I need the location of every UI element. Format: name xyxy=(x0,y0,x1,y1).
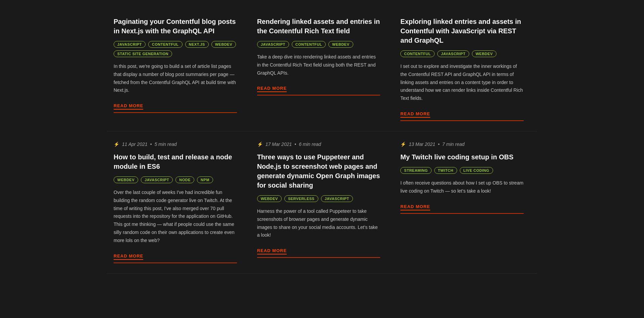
tag[interactable]: WEBDEV xyxy=(257,195,282,202)
tag[interactable]: JAVASCRIPT xyxy=(114,41,146,48)
tags-container: STREAMINGTWITCHLIVE CODING xyxy=(400,167,524,174)
article-description: I set out to explore and investigate the… xyxy=(400,63,524,103)
tags-container: JAVASCRIPTCONTENTFULNEXT.JSWEBDEVSTATIC … xyxy=(114,41,237,57)
blog-card: ⚡ 13 Mar 2021 • 7 min read My Twitch liv… xyxy=(394,131,537,274)
read-more-link[interactable]: READ MORE xyxy=(257,248,287,254)
read-more-link[interactable]: READ MORE xyxy=(400,111,430,118)
card-separator xyxy=(114,112,237,113)
dot-separator: • xyxy=(150,142,152,147)
read-more-link[interactable]: READ MORE xyxy=(400,204,430,210)
tags-container: JAVASCRIPTCONTENTFULWEBDEV xyxy=(257,41,380,48)
read-time: 7 min read xyxy=(442,142,465,147)
lightning-icon: ⚡ xyxy=(400,142,406,147)
article-description: Harness the power of a tool called Puppe… xyxy=(257,207,380,239)
tag[interactable]: JAVASCRIPT xyxy=(257,41,289,48)
tag[interactable]: JAVASCRIPT xyxy=(437,50,469,57)
lightning-icon: ⚡ xyxy=(114,142,119,147)
tag[interactable]: WEBDEV xyxy=(114,176,138,183)
blog-card: Exploring linked entries and assets in C… xyxy=(394,7,537,131)
tags-container: CONTENTFULJAVASCRIPTWEBDEV xyxy=(400,50,524,57)
card-separator xyxy=(257,257,380,258)
article-title: Paginating your Contentful blog posts in… xyxy=(114,17,237,36)
tag[interactable]: CONTENTFUL xyxy=(292,41,326,48)
read-more-link[interactable]: READ MORE xyxy=(114,253,143,260)
tag[interactable]: JAVASCRIPT xyxy=(141,176,173,183)
tag[interactable]: NODE xyxy=(175,176,194,183)
tag[interactable]: STREAMING xyxy=(400,167,432,174)
article-description: In this post, we're going to build a set… xyxy=(114,63,237,94)
blog-grid: Paginating your Contentful blog posts in… xyxy=(87,0,557,280)
tag[interactable]: WEBDEV xyxy=(211,41,236,48)
tags-container: WEBDEVSERVERLESSJAVASCRIPT xyxy=(257,195,380,202)
article-title: Exploring linked entries and assets in C… xyxy=(400,17,524,45)
read-time: 5 min read xyxy=(155,142,177,147)
tag[interactable]: NEXT.JS xyxy=(185,41,209,48)
article-description: Over the last couple of weeks I've had i… xyxy=(114,189,237,245)
article-title: Three ways to use Puppeteer and Node.js … xyxy=(257,152,380,190)
tag[interactable]: WEBDEV xyxy=(472,50,496,57)
tag[interactable]: WEBDEV xyxy=(328,41,353,48)
card-separator xyxy=(400,120,524,121)
tag[interactable]: STATIC SITE GENERATION xyxy=(114,50,172,57)
blog-card-meta: ⚡ 11 Apr 2021 • 5 min read xyxy=(114,142,237,147)
dot-separator: • xyxy=(438,142,440,147)
blog-card: Paginating your Contentful blog posts in… xyxy=(107,7,250,131)
card-separator xyxy=(257,95,380,95)
blog-card: ⚡ 11 Apr 2021 • 5 min read How to build,… xyxy=(107,131,250,274)
tag[interactable]: TWITCH xyxy=(434,167,457,174)
article-title: Rendering linked assets and entries in t… xyxy=(257,17,380,36)
article-title: My Twitch live coding setup in OBS xyxy=(400,152,524,162)
blog-card-meta: ⚡ 17 Mar 2021 • 6 min read xyxy=(257,142,380,147)
article-description: I often receive questions about how I se… xyxy=(400,179,524,195)
article-date: 11 Apr 2021 xyxy=(122,142,148,147)
read-more-link[interactable]: READ MORE xyxy=(257,86,287,92)
tag[interactable]: LIVE CODING xyxy=(460,167,493,174)
tag[interactable]: SERVERLESS xyxy=(284,195,318,202)
blog-card-meta: ⚡ 13 Mar 2021 • 7 min read xyxy=(400,142,524,147)
read-time: 6 min read xyxy=(299,142,321,147)
tag[interactable]: CONTENTFUL xyxy=(400,50,435,57)
tag[interactable]: JAVASCRIPT xyxy=(321,195,353,202)
card-separator xyxy=(400,213,524,214)
article-title: How to build, test and release a node mo… xyxy=(114,152,237,171)
blog-card: Rendering linked assets and entries in t… xyxy=(250,7,394,131)
tag[interactable]: CONTENTFUL xyxy=(148,41,183,48)
article-date: 13 Mar 2021 xyxy=(409,142,435,147)
lightning-icon: ⚡ xyxy=(257,142,263,147)
article-description: Take a deep dive into rendering linked a… xyxy=(257,53,380,77)
dot-separator: • xyxy=(294,142,296,147)
tag[interactable]: NPM xyxy=(197,176,213,183)
tags-container: WEBDEVJAVASCRIPTNODENPM xyxy=(114,176,237,183)
blog-card: ⚡ 17 Mar 2021 • 6 min read Three ways to… xyxy=(250,131,394,274)
article-date: 17 Mar 2021 xyxy=(266,142,292,147)
card-separator xyxy=(114,263,237,263)
read-more-link[interactable]: READ MORE xyxy=(114,103,143,110)
